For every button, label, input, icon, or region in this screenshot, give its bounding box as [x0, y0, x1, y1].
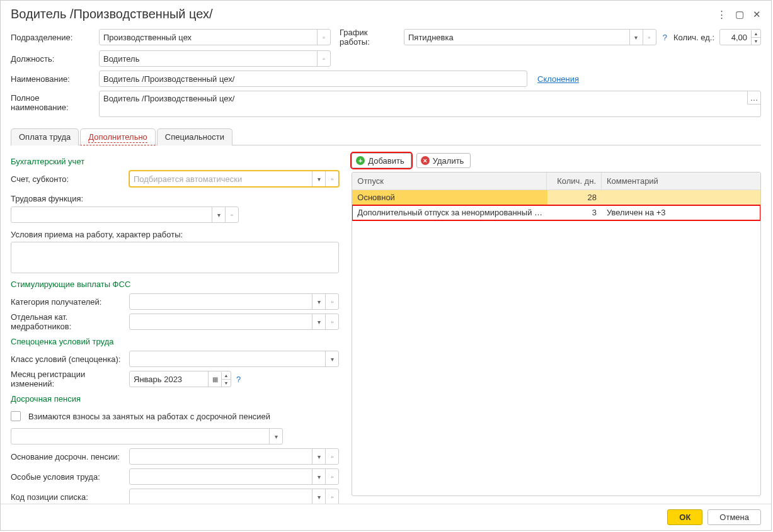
open-icon[interactable]: ▫ [325, 489, 338, 504]
basis-input[interactable]: ▾ ▫ [129, 448, 339, 465]
open-icon[interactable]: ▫ [325, 469, 338, 484]
dropdown-icon[interactable]: ▾ [629, 30, 643, 45]
close-icon[interactable]: ✕ [753, 9, 761, 19]
month-stepper[interactable]: ▲ ▼ [221, 372, 231, 387]
table-row[interactable]: Дополнительный отпуск за ненормированный… [352, 205, 760, 220]
open-icon[interactable]: ▫ [325, 314, 338, 329]
qty-label: Колич. ед.: [673, 33, 714, 42]
qty-input[interactable]: 4,00 ▲ ▼ [719, 29, 761, 45]
account-input[interactable]: Подбирается автоматически ▾ ▫ [129, 171, 339, 187]
maximize-icon[interactable]: ▢ [735, 9, 744, 19]
listpos-label: Код позиции списка: [11, 492, 125, 502]
pension-checkbox[interactable] [11, 411, 21, 421]
dropdown-icon[interactable]: ▾ [312, 449, 325, 464]
window: Водитель /Производственный цех/ ⋮ ▢ ✕ По… [0, 0, 772, 531]
right-pane: + Добавить × Удалить Отпуск Колич. дн. К… [352, 153, 761, 496]
left-pane: Бухгалтерский учет Счет, субконто: Подби… [11, 153, 339, 496]
dropdown-icon[interactable]: ▾ [312, 294, 325, 309]
open-icon[interactable]: ▫ [317, 30, 330, 45]
open-icon[interactable]: ▫ [317, 51, 330, 66]
cat-label: Категория получателей: [11, 297, 125, 307]
pension-list-input[interactable]: ▾ [11, 428, 283, 444]
th-name[interactable]: Отпуск [352, 173, 547, 190]
position-label: Должность: [11, 54, 94, 64]
ellipsis-icon[interactable]: … [747, 91, 760, 105]
special-input[interactable]: ▾ ▫ [129, 468, 339, 485]
section-accounting: Бухгалтерский учет [11, 157, 339, 166]
name-input[interactable]: Водитель /Производственный цех/ [99, 71, 527, 87]
schedule-label: График работы: [340, 28, 399, 47]
special-label: Особые условия труда: [11, 472, 125, 482]
tab-pay[interactable]: Оплата труда [11, 128, 79, 145]
class-label: Класс условий (спецоценка): [11, 354, 125, 364]
window-controls: ⋮ ▢ ✕ [717, 9, 761, 19]
med-input[interactable]: ▾ ▫ [129, 314, 339, 330]
tab-extra[interactable]: Дополнительно [80, 128, 156, 145]
open-icon[interactable]: ▫ [325, 294, 338, 309]
x-icon: × [421, 156, 430, 165]
titlebar: Водитель /Производственный цех/ ⋮ ▢ ✕ [1, 1, 771, 25]
declension-link[interactable]: Склонения [537, 74, 579, 84]
delete-button[interactable]: × Удалить [416, 153, 471, 168]
dept-input[interactable]: Производственный цех ▫ [99, 29, 331, 45]
th-comment[interactable]: Комментарий [602, 173, 760, 190]
name-label: Наименование: [11, 74, 94, 84]
basis-label: Основание досрочн. пенсии: [11, 452, 125, 461]
vacation-table: Отпуск Колич. дн. Комментарий Основной 2… [352, 172, 761, 496]
qty-stepper[interactable]: ▲ ▼ [751, 30, 760, 45]
window-title: Водитель /Производственный цех/ [11, 7, 717, 21]
more-icon[interactable]: ⋮ [717, 9, 726, 19]
ok-button[interactable]: ОК [667, 509, 702, 525]
calendar-icon[interactable]: ▦ [208, 371, 221, 387]
func-input[interactable]: ▾ ▫ [11, 207, 239, 223]
dropdown-icon[interactable]: ▾ [212, 207, 225, 222]
step-up-icon[interactable]: ▲ [222, 372, 231, 380]
section-pension: Досрочная пенсия [11, 394, 339, 404]
cancel-button[interactable]: Отмена [707, 509, 761, 525]
pension-check-label: Взимаются взносы за занятых на работах с… [28, 412, 270, 421]
help-icon[interactable]: ? [661, 33, 668, 42]
table-row[interactable]: Основной 28 [352, 190, 760, 205]
open-icon[interactable]: ▫ [325, 171, 338, 186]
dropdown-icon[interactable]: ▾ [312, 314, 325, 329]
dropdown-icon[interactable]: ▾ [312, 469, 325, 484]
header-form: Подразделение: Производственный цех ▫ Гр… [1, 25, 771, 126]
step-up-icon[interactable]: ▲ [752, 30, 760, 38]
dropdown-icon[interactable]: ▾ [325, 351, 338, 366]
open-icon[interactable]: ▫ [643, 30, 656, 45]
th-days[interactable]: Колич. дн. [547, 173, 602, 190]
month-input[interactable]: Январь 2023 ▦ ▲ ▼ [129, 371, 231, 387]
func-label: Трудовая функция: [11, 194, 339, 203]
position-input[interactable]: Водитель ▫ [99, 50, 331, 67]
table-header: Отпуск Колич. дн. Комментарий [352, 173, 760, 190]
class-input[interactable]: ▾ [129, 351, 339, 367]
dept-label: Подразделение: [11, 33, 94, 42]
tab-bar: Оплата труда Дополнительно Специальности [11, 128, 761, 145]
dropdown-icon[interactable]: ▾ [312, 489, 325, 504]
dropdown-icon[interactable]: ▾ [312, 171, 325, 186]
med-label: Отдельная кат. медработников: [11, 312, 125, 331]
open-icon[interactable]: ▫ [225, 207, 238, 222]
cat-input[interactable]: ▾ ▫ [129, 293, 339, 310]
toolbar: + Добавить × Удалить [352, 153, 761, 168]
month-label: Месяц регистрации изменений: [11, 370, 125, 388]
tab-spec[interactable]: Специальности [157, 128, 232, 145]
cond-label: Условия приема на работу, характер работ… [11, 230, 339, 239]
section-eval: Спецоценка условий труда [11, 337, 339, 346]
content: Бухгалтерский учет Счет, субконто: Подби… [1, 145, 771, 504]
listpos-input[interactable]: ▾ ▫ [129, 489, 339, 504]
step-down-icon[interactable]: ▼ [752, 38, 760, 45]
dropdown-icon[interactable]: ▾ [269, 429, 282, 444]
step-down-icon[interactable]: ▼ [222, 380, 231, 387]
help-icon[interactable]: ? [235, 375, 242, 384]
add-button[interactable]: + Добавить [352, 153, 411, 168]
conditions-input[interactable] [11, 242, 339, 273]
fullname-input[interactable]: Водитель /Производственный цех/ … [99, 91, 761, 117]
footer: ОК Отмена [1, 504, 771, 530]
schedule-input[interactable]: Пятидневка ▾ ▫ [404, 29, 656, 45]
fullname-label: Полное наименование: [11, 91, 94, 112]
open-icon[interactable]: ▫ [325, 449, 338, 464]
plus-icon: + [356, 156, 365, 165]
account-label: Счет, субконто: [11, 174, 125, 184]
section-fss: Стимулирующие выплаты ФСС [11, 280, 339, 289]
